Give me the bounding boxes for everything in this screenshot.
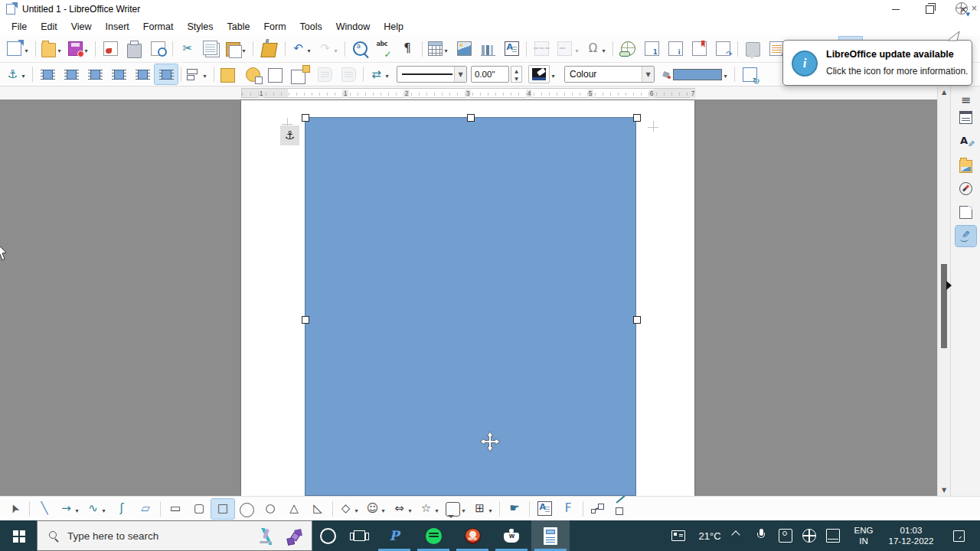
clone-formatting-button[interactable] [256,39,282,59]
dropdown-arrow-icon[interactable] [600,42,607,56]
edit-points-button[interactable] [586,499,609,519]
fill-color-button[interactable] [659,64,731,84]
rounded-rectangle-tool[interactable]: ▢ [188,499,211,519]
task-view-button[interactable] [343,520,375,551]
toggle-extrusion-button[interactable] [610,499,633,519]
wrap-optimal-button[interactable] [155,64,178,84]
sidebar-properties-tab[interactable] [956,107,976,128]
language-indicator[interactable]: ENG IN [847,520,880,551]
clock[interactable]: 01:03 17-12-2022 [882,520,940,551]
page-break-button[interactable] [530,39,553,59]
microscope-icon[interactable] [258,528,275,545]
network-tray-icon[interactable] [797,520,821,551]
insert-bookmark-button[interactable] [688,39,710,59]
sidebar-gallery-tab[interactable] [956,155,976,175]
selected-rectangle-shape[interactable] [305,117,636,496]
action-center-button[interactable] [943,520,974,551]
wrap-through-button[interactable] [131,64,154,84]
hidden-icons-chevron[interactable] [726,520,750,551]
insert-comment-button[interactable] [741,39,764,59]
menu-format[interactable]: Format [136,20,181,34]
undo-button[interactable]: ↶ [289,39,315,59]
to-foreground-button[interactable] [313,64,336,84]
dropdown-arrow-icon[interactable] [487,502,494,516]
selection-handle-middle-right[interactable] [633,316,641,324]
stepper-up-icon[interactable]: ▲ [511,67,521,74]
insert-field-button[interactable] [554,39,583,59]
insert-text-box-tool[interactable] [533,499,556,519]
scrollbar-thumb[interactable] [941,264,947,348]
export-pdf-button[interactable] [99,39,122,59]
microphone-tray-icon[interactable] [750,520,773,551]
formatting-marks-button[interactable]: ¶ [396,39,419,59]
flowchart-button[interactable]: ⊞ [470,499,496,519]
ellipse-tool[interactable] [235,499,258,519]
basic-shapes-button[interactable]: ◇ [336,499,362,519]
dropdown-arrow-icon[interactable] [305,42,312,56]
save-button[interactable] [66,39,92,59]
selection-handle-top-right[interactable] [633,114,641,122]
vertical-scrollbar[interactable]: ▲ ▼ [937,86,950,496]
block-arrows-button[interactable]: ⇔ [390,499,416,519]
triangle-tool[interactable]: △ [283,499,305,519]
dropdown-arrow-icon[interactable] [353,502,360,516]
insert-table-button[interactable] [426,39,452,59]
selection-handle-top-left[interactable] [302,114,309,122]
anchor-marker-icon[interactable]: ⚓ [280,126,299,145]
news-widget-button[interactable] [663,520,694,551]
sidebar-accessibility-tab[interactable] [956,226,976,246]
symbol-shapes-button[interactable]: ☺ [363,499,389,519]
dropdown-arrow-icon[interactable] [380,502,387,516]
curve-tool[interactable]: ∿ [83,499,109,519]
dropdown-arrow-icon[interactable] [201,67,208,81]
sidebar-styles-tab[interactable] [956,131,976,152]
print-preview-button[interactable] [146,39,169,59]
update-available-icon[interactable] [956,2,968,15]
print-button[interactable] [122,39,145,59]
send-to-back-button[interactable] [289,64,312,84]
dropdown-arrow-icon[interactable] [460,502,467,516]
taskbar-search-box[interactable]: Type here to search [37,520,312,551]
dropdown-arrow-icon[interactable] [722,67,729,81]
select-tool[interactable] [3,499,26,519]
menu-insert[interactable]: Insert [99,20,136,34]
dropdown-arrow-icon[interactable] [407,502,413,516]
menu-table[interactable]: Table [220,20,256,34]
dropdown-arrow-icon[interactable] [433,502,440,516]
weather-temp[interactable]: 21°C [694,520,726,551]
line-tool[interactable]: ╲ [33,499,56,519]
taskbar-app-filmora[interactable] [492,520,531,551]
wrap-parallel-button[interactable] [83,64,106,84]
to-background-button[interactable] [337,64,360,84]
insert-hyperlink-button[interactable] [616,39,639,59]
insert-text-box-button[interactable] [500,39,523,59]
stars-banners-button[interactable]: ☆ [416,499,443,519]
arrow-style-button[interactable]: ⇄ [367,64,393,84]
taskbar-app-spotify[interactable] [414,520,452,551]
menu-edit[interactable]: Edit [34,20,64,34]
anchor-button[interactable]: ⚓ [3,64,29,84]
scroll-down-arrow[interactable]: ▼ [938,484,950,496]
dropdown-arrow-icon[interactable] [332,42,339,56]
taskbar-app-wpm[interactable] [453,520,492,551]
line-arrow-tool[interactable]: → [57,499,83,519]
special-character-button[interactable]: Ω [583,39,609,59]
spelling-button[interactable] [372,39,395,59]
horizontal-ruler[interactable]: 11234567 [241,88,695,98]
insert-chart-button[interactable] [476,39,499,59]
freeform-line-tool[interactable]: ʃ [110,499,133,519]
square-tool[interactable]: □ [211,499,234,519]
dropdown-arrow-icon[interactable] [56,42,63,56]
selection-handle-top-center[interactable] [467,114,475,122]
cut-button[interactable]: ✂ [176,39,199,59]
copy-button[interactable] [200,39,223,59]
document-area[interactable]: ⚓ [0,99,937,496]
line-width-stepper[interactable]: ▲ ▼ [511,66,522,83]
update-notification-popup[interactable]: i LibreOffice update available Click the… [782,40,972,86]
minimize-button[interactable] [879,0,913,18]
menu-styles[interactable]: Styles [180,20,220,34]
close-document-icon[interactable]: × [969,4,979,12]
wrap-off-button[interactable] [36,64,59,84]
menu-form[interactable]: Form [256,20,292,34]
insert-footnote-button[interactable] [640,39,663,59]
